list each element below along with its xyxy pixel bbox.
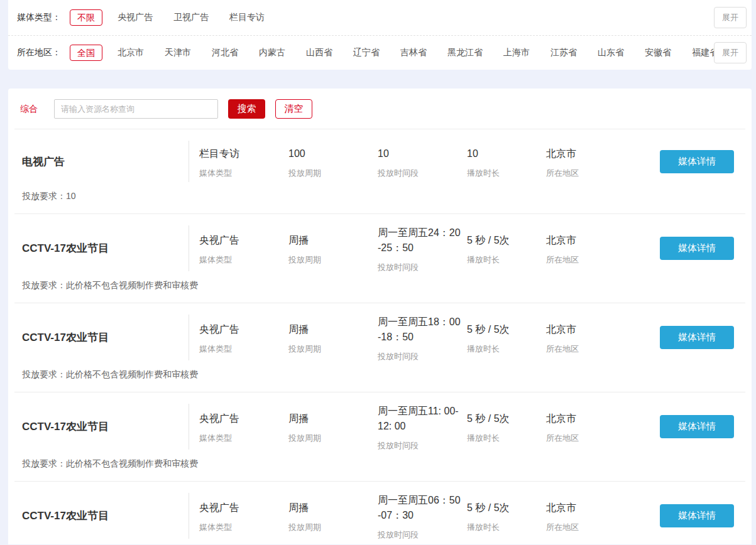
duration-column: 5 秒 / 5次 播放时长	[467, 500, 546, 531]
item-columns: 央视广告 媒体类型 周播 投放周期 周一至周五06：50-07：30 投放时间段…	[189, 493, 660, 539]
duration-value: 10	[467, 146, 546, 161]
cycle-value: 周播	[288, 411, 378, 426]
region-value: 北京市	[546, 233, 660, 248]
cycle-column: 周播 投放周期	[288, 233, 378, 264]
filter-option[interactable]: 河北省	[212, 47, 238, 58]
filter-option[interactable]: 黑龙江省	[447, 47, 483, 58]
media-type-column: 央视广告 媒体类型	[199, 322, 288, 353]
region-label: 所在地区	[546, 523, 660, 531]
media-type-column: 央视广告 媒体类型	[199, 233, 288, 264]
item-main-row: CCTV-17农业节目 央视广告 媒体类型 周播 投放周期 周一至周五11: 0…	[22, 404, 734, 450]
requirement-text: 投放要求：此价格不包含视频制作费和审核费	[22, 369, 734, 380]
time-slot-value: 周一至周五24：20-25：50	[378, 225, 462, 256]
item-columns: 央视广告 媒体类型 周播 投放周期 周一至周五11: 00-12: 00 投放时…	[189, 404, 660, 450]
filter-option[interactable]: 栏目专访	[229, 12, 265, 23]
media-title: CCTV-17农业节目	[22, 404, 189, 450]
region-value: 北京市	[546, 146, 660, 161]
detail-button-wrap: 媒体详情	[660, 315, 734, 360]
duration-value: 5 秒 / 5次	[467, 233, 546, 248]
filter-option[interactable]: 福建省	[692, 47, 714, 58]
filter-panel: 媒体类型： 不限 央视广告卫视广告栏目专访 展开 所在地区： 全国 北京市天津市…	[8, 0, 752, 70]
cycle-value: 周播	[288, 322, 378, 337]
cycle-value: 周播	[288, 233, 378, 248]
cycle-label: 投放周期	[288, 434, 378, 442]
duration-label: 播放时长	[467, 434, 546, 442]
filter-option[interactable]: 卫视广告	[173, 12, 209, 23]
region-filter-label: 所在地区：	[17, 47, 61, 58]
cycle-label: 投放周期	[288, 345, 378, 353]
region-label: 所在地区	[546, 256, 660, 264]
media-title: CCTV-17农业节目	[22, 315, 189, 360]
item-main-row: CCTV-17农业节目 央视广告 媒体类型 周播 投放周期 周一至周五06：50…	[22, 493, 734, 539]
filter-option[interactable]: 央视广告	[118, 12, 153, 23]
clear-button[interactable]: 清空	[275, 99, 312, 119]
media-type-column: 央视广告 媒体类型	[199, 411, 288, 442]
media-detail-button[interactable]: 媒体详情	[660, 504, 734, 527]
resource-search-input[interactable]	[54, 99, 218, 119]
media-type-filter-options: 央视广告卫视广告栏目专访	[118, 12, 714, 23]
search-button[interactable]: 搜索	[228, 99, 265, 119]
region-value: 北京市	[546, 322, 660, 337]
time-slot-label: 投放时间段	[378, 531, 462, 539]
sort-tab-comprehensive[interactable]: 综合	[20, 104, 38, 115]
filter-option[interactable]: 天津市	[165, 47, 191, 58]
time-slot-label: 投放时间段	[378, 169, 462, 177]
filter-option[interactable]: 北京市	[118, 47, 144, 58]
detail-button-wrap: 媒体详情	[660, 404, 734, 450]
media-type-label: 媒体类型	[199, 523, 288, 531]
region-value: 北京市	[546, 411, 660, 426]
time-slot-value: 10	[378, 146, 462, 161]
region-column: 北京市 所在地区	[546, 322, 660, 353]
media-title: CCTV-17农业节目	[22, 493, 189, 539]
filter-option[interactable]: 辽宁省	[353, 47, 380, 58]
filter-option[interactable]: 山西省	[306, 47, 332, 58]
filter-option-selected-national[interactable]: 全国	[70, 45, 102, 61]
media-list-item: CCTV-17农业节目 央视广告 媒体类型 周播 投放周期 周一至周五18：00…	[14, 303, 745, 392]
media-type-column: 央视广告 媒体类型	[199, 500, 288, 531]
duration-column: 5 秒 / 5次 播放时长	[467, 322, 546, 353]
media-type-label: 媒体类型	[199, 434, 288, 442]
media-list-item: CCTV-17农业节目 央视广告 媒体类型 周播 投放周期 周一至周五24：20…	[14, 213, 745, 303]
media-type-label: 媒体类型	[199, 345, 288, 353]
item-columns: 栏目专访 媒体类型 100 投放周期 10 投放时间段 10 播放时长 北京市	[189, 141, 660, 182]
media-list: 电视广告 栏目专访 媒体类型 100 投放周期 10 投放时间段 10 播放时长	[8, 129, 752, 544]
filter-option[interactable]: 山东省	[598, 47, 624, 58]
cycle-label: 投放周期	[288, 256, 378, 264]
expand-button-media-type[interactable]: 展开	[714, 7, 747, 28]
duration-value: 5 秒 / 5次	[467, 322, 546, 337]
media-list-item: CCTV-17农业节目 央视广告 媒体类型 周播 投放周期 周一至周五11: 0…	[14, 392, 745, 481]
region-label: 所在地区	[546, 345, 660, 353]
filter-option[interactable]: 安徽省	[645, 47, 671, 58]
cycle-column: 周播 投放周期	[288, 322, 378, 353]
duration-label: 播放时长	[467, 345, 546, 353]
duration-value: 5 秒 / 5次	[467, 411, 546, 426]
time-slot-column: 周一至周五06：50-07：30 投放时间段	[378, 493, 467, 539]
filter-option[interactable]: 内蒙古	[259, 47, 285, 58]
filter-option[interactable]: 江苏省	[551, 47, 577, 58]
cycle-value: 周播	[288, 500, 378, 515]
expand-button-region[interactable]: 展开	[714, 42, 747, 63]
detail-button-wrap: 媒体详情	[660, 493, 734, 539]
cycle-column: 周播 投放周期	[288, 411, 378, 442]
requirement-text: 投放要求：此价格不包含视频制作费和审核费	[22, 458, 734, 470]
filter-option[interactable]: 吉林省	[400, 47, 427, 58]
cycle-label: 投放周期	[288, 523, 378, 531]
duration-column: 5 秒 / 5次 播放时长	[467, 411, 546, 442]
media-type-label: 媒体类型	[199, 169, 288, 177]
time-slot-label: 投放时间段	[378, 263, 462, 271]
duration-column: 5 秒 / 5次 播放时长	[467, 233, 546, 264]
search-bar: 综合 搜索 清空	[8, 89, 752, 129]
filter-option-selected-unlimited[interactable]: 不限	[70, 9, 102, 26]
filter-option[interactable]: 上海市	[503, 47, 530, 58]
cycle-column: 100 投放周期	[288, 146, 378, 177]
media-detail-button[interactable]: 媒体详情	[660, 237, 734, 260]
filter-row-media-type: 媒体类型： 不限 央视广告卫视广告栏目专访 展开	[8, 0, 752, 35]
item-columns: 央视广告 媒体类型 周播 投放周期 周一至周五18：00-18：50 投放时间段…	[189, 315, 660, 360]
time-slot-value: 周一至周五11: 00-12: 00	[378, 404, 462, 434]
region-column: 北京市 所在地区	[546, 233, 660, 264]
media-list-item: 电视广告 栏目专访 媒体类型 100 投放周期 10 投放时间段 10 播放时长	[14, 129, 745, 213]
media-detail-button[interactable]: 媒体详情	[660, 415, 734, 438]
time-slot-label: 投放时间段	[378, 441, 462, 450]
media-detail-button[interactable]: 媒体详情	[660, 326, 734, 349]
media-detail-button[interactable]: 媒体详情	[660, 150, 734, 173]
